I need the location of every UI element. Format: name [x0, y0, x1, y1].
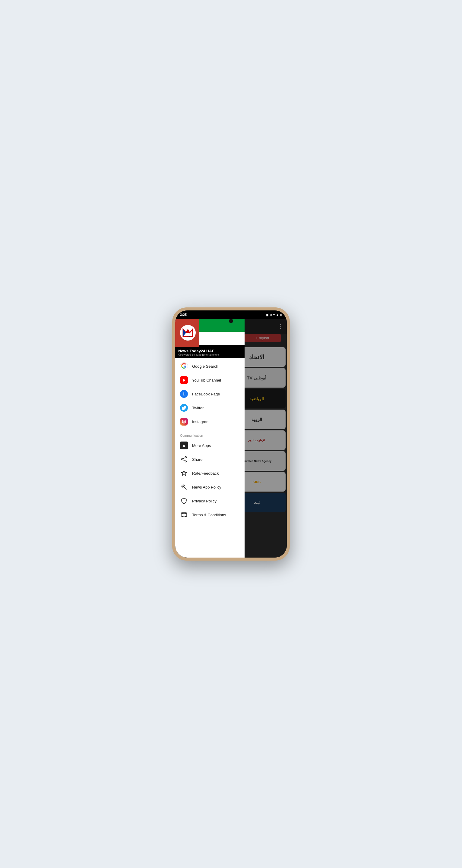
- flag-green: [199, 319, 244, 332]
- menu-label-more-apps: More Apps: [192, 443, 211, 448]
- store-icon: [180, 441, 188, 450]
- svg-rect-27: [185, 513, 186, 514]
- menu-item-terms-conditions[interactable]: Terms & Conditions: [175, 508, 244, 522]
- app-subtitle: ©Powered By iMac Entertainment: [178, 353, 241, 356]
- menu-label-youtube: YouTub Channel: [192, 378, 221, 382]
- svg-rect-29: [184, 516, 184, 517]
- menu-label-rate-feedback: Rate/Feedback: [192, 471, 219, 475]
- drawer-header: UAE News Today24 UAE ©Powered By iMac En…: [175, 319, 244, 358]
- menu-item-youtube[interactable]: YouTub Channel: [175, 373, 244, 387]
- menu-label-instagram: Instagram: [192, 420, 210, 424]
- share-icon: [180, 456, 188, 463]
- drawer-header-info: News Today24 UAE ©Powered By iMac Entert…: [175, 347, 244, 358]
- search-shield-icon: [180, 483, 188, 491]
- phone-frame: 3:25 ▣ ⊗ ▾ ▲ ▮ ⋮ Englis: [172, 307, 290, 561]
- svg-text:UAE: UAE: [186, 336, 190, 338]
- logo-inner: UAE: [182, 327, 193, 338]
- app-logo: UAE: [180, 325, 196, 341]
- svg-marker-10: [183, 444, 185, 447]
- sim-icon: ▣: [266, 313, 268, 316]
- menu-label-facebook: FaceBook Page: [192, 392, 220, 396]
- svg-point-9: [185, 421, 185, 421]
- app-title: News Today24 UAE: [178, 349, 241, 353]
- signal-icon: ▲: [276, 313, 279, 316]
- svg-point-13: [185, 461, 187, 462]
- svg-line-15: [183, 460, 185, 461]
- main-content: ⋮ English الاتحاد أبوظبي TV الرياضية ال: [175, 319, 287, 558]
- no-sim-icon: ⊗: [269, 313, 272, 316]
- youtube-icon: [180, 376, 188, 384]
- menu-label-terms-conditions: Terms & Conditions: [192, 513, 226, 517]
- svg-rect-30: [185, 516, 186, 517]
- star-icon: [180, 469, 188, 477]
- shield-icon: [180, 497, 188, 505]
- menu-label-google-search: Google Search: [192, 364, 218, 369]
- menu-item-share[interactable]: Share: [175, 453, 244, 466]
- menu-item-privacy-policy[interactable]: Privacy Policy: [175, 494, 244, 508]
- menu-item-news-app-policy[interactable]: News App Policy: [175, 480, 244, 494]
- svg-point-11: [185, 457, 187, 458]
- menu-item-facebook[interactable]: f FaceBook Page: [175, 387, 244, 401]
- instagram-icon: [180, 418, 188, 426]
- camera-notch: [229, 319, 233, 323]
- menu-item-more-apps[interactable]: More Apps: [175, 438, 244, 453]
- svg-line-18: [185, 488, 187, 490]
- svg-line-14: [183, 458, 185, 459]
- menu-item-instagram[interactable]: Instagram: [175, 415, 244, 429]
- status-icons: ▣ ⊗ ▾ ▲ ▮: [266, 313, 282, 316]
- menu-label-twitter: Twitter: [192, 406, 204, 410]
- svg-rect-25: [182, 513, 183, 514]
- svg-point-12: [181, 459, 183, 460]
- svg-rect-26: [184, 513, 184, 514]
- svg-marker-6: [183, 379, 185, 381]
- flag-white: [199, 332, 244, 345]
- twitter-icon: [180, 404, 188, 412]
- svg-point-8: [183, 421, 185, 423]
- svg-rect-28: [182, 516, 183, 517]
- phone-screen: 3:25 ▣ ⊗ ▾ ▲ ▮ ⋮ Englis: [175, 310, 287, 558]
- battery-icon: ▮: [280, 313, 282, 316]
- menu-label-privacy-policy: Privacy Policy: [192, 499, 216, 503]
- menu-item-google-search[interactable]: Google Search: [175, 359, 244, 373]
- google-icon: [180, 362, 188, 370]
- film-icon: [180, 511, 188, 519]
- navigation-drawer: UAE News Today24 UAE ©Powered By iMac En…: [175, 319, 244, 558]
- section-divider: [175, 430, 244, 430]
- wifi-icon: ▾: [273, 313, 275, 316]
- facebook-icon: f: [180, 390, 188, 398]
- menu-label-news-app-policy: News App Policy: [192, 485, 221, 490]
- menu-label-share: Share: [192, 457, 203, 462]
- menu-item-rate-feedback[interactable]: Rate/Feedback: [175, 466, 244, 480]
- status-bar: 3:25 ▣ ⊗ ▾ ▲ ▮: [175, 310, 287, 319]
- section-title-communication: Communication: [175, 431, 244, 438]
- drawer-menu: Google Search YouTub Channel: [175, 358, 244, 558]
- menu-item-twitter[interactable]: Twitter: [175, 401, 244, 415]
- status-time: 3:25: [180, 313, 187, 316]
- svg-marker-16: [181, 470, 187, 475]
